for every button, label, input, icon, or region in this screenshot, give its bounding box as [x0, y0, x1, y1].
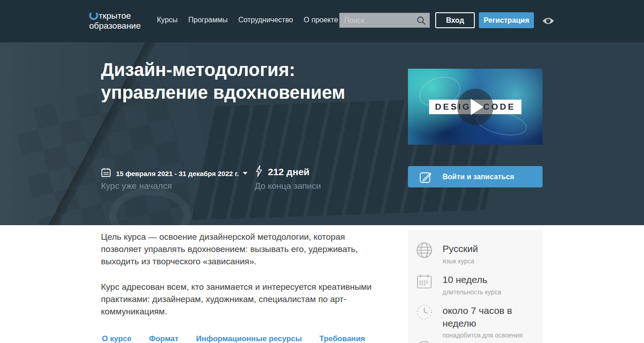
chevron-down-icon	[243, 172, 247, 175]
logo[interactable]: ткрытое образование	[89, 11, 141, 31]
page: ткрытое образование Курсы Программы Сотр…	[0, 0, 644, 343]
info-caption: понадобится для освоения	[443, 332, 523, 339]
circle-icon	[416, 340, 433, 343]
register-button[interactable]: Регистрация	[479, 12, 534, 28]
tab-resources[interactable]: Информационные ресурсы	[196, 334, 302, 343]
tab-format[interactable]: Формат	[149, 334, 178, 343]
hero-section: Дизайн-методология: управление вдохновен…	[0, 42, 644, 225]
logo-line1: ткрытое	[89, 11, 141, 21]
days-left-value: 212 дней	[268, 166, 309, 177]
globe-icon	[416, 242, 433, 261]
info-caption: язык курса	[443, 257, 474, 265]
course-description: Цель курса — освоение дизайнерской метод…	[101, 225, 379, 331]
nav-item-programs[interactable]: Программы	[188, 16, 227, 24]
enroll-button-label: Войти и записаться	[443, 173, 514, 181]
course-video-thumbnail[interactable]: DESIGN CODE	[408, 69, 543, 145]
nav-item-about[interactable]: О проекте	[304, 16, 338, 24]
calendar-icon	[416, 272, 433, 292]
tab-requirements[interactable]: Требования	[319, 334, 365, 343]
course-tabs: О курсе Формат Информационные ресурсы Тр…	[102, 334, 381, 343]
date-range-dropdown[interactable]: 15 февраля 2021 - 31 декабря 2022 г.	[101, 167, 247, 179]
tab-about[interactable]: О курсе	[102, 334, 131, 343]
search-input[interactable]	[340, 13, 422, 27]
course-info-card: Русский язык курса 10 недель длительност…	[408, 230, 543, 343]
play-icon[interactable]	[457, 89, 493, 125]
date-range-label: 15 февраля 2021 - 31 декабря 2022 г.	[116, 170, 239, 177]
info-value: Русский	[443, 242, 533, 255]
description-paragraph: Курс адресован всем, кто занимается и ин…	[101, 281, 379, 318]
main-nav: Курсы Программы Сотрудничество О проекте	[157, 16, 347, 24]
description-paragraph: Цель курса — освоение дизайнерской метод…	[101, 231, 379, 267]
info-value: 10 недель	[443, 273, 533, 286]
lightning-icon	[256, 165, 262, 179]
enroll-button[interactable]: Войти и записаться	[408, 166, 543, 187]
course-title: Дизайн-методология: управление вдохновен…	[101, 58, 401, 104]
login-button[interactable]: Вход	[435, 12, 475, 28]
eye-icon[interactable]	[542, 17, 554, 27]
header: ткрытое образование Курсы Программы Сотр…	[0, 0, 644, 42]
nav-item-cooperation[interactable]: Сотрудничество	[238, 16, 293, 24]
days-left-block: 212 дней	[256, 165, 309, 179]
course-started-label: Курс уже начался	[101, 181, 172, 191]
pencil-square-icon	[419, 171, 432, 183]
search-icon[interactable]	[417, 16, 426, 27]
clock-icon	[416, 303, 433, 323]
search-box	[339, 13, 430, 28]
days-left-caption: До конца записи	[255, 181, 321, 191]
logo-ring-icon	[89, 11, 98, 20]
nav-item-courses[interactable]: Курсы	[157, 16, 178, 24]
info-value: около 7 часов в неделю	[443, 304, 533, 330]
calendar-icon	[101, 167, 111, 179]
logo-line2: образование	[89, 21, 141, 31]
info-caption: длительность курса	[443, 288, 501, 296]
play-triangle	[471, 99, 483, 115]
